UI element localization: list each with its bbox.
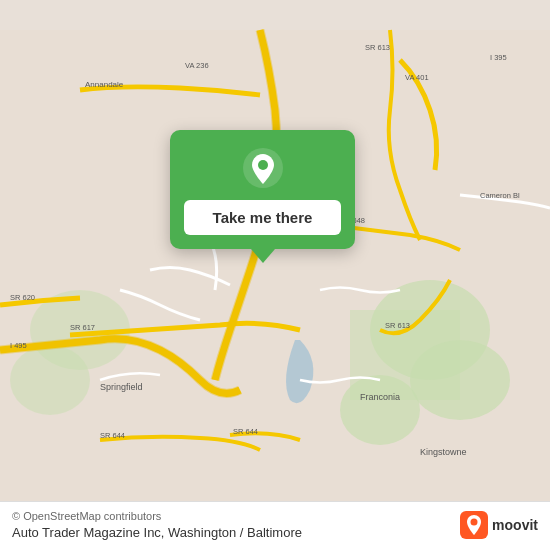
svg-text:Cameron Bl: Cameron Bl	[480, 191, 520, 200]
map-container: Annandale VA 236 SR 613 I 395 SR 620 VA …	[0, 0, 550, 550]
moovit-logo: moovit	[460, 511, 538, 539]
popup-card: Take me there	[170, 130, 355, 249]
svg-text:SR 644: SR 644	[233, 427, 258, 436]
bottom-bar-left: © OpenStreetMap contributors Auto Trader…	[12, 510, 302, 540]
svg-text:SR 617: SR 617	[70, 323, 95, 332]
moovit-text: moovit	[492, 517, 538, 533]
svg-text:SR 620: SR 620	[10, 293, 35, 302]
svg-text:Annandale: Annandale	[85, 80, 124, 89]
svg-text:Springfield: Springfield	[100, 382, 143, 392]
svg-text:Franconia: Franconia	[360, 392, 400, 402]
take-me-there-button[interactable]: Take me there	[184, 200, 341, 235]
svg-point-6	[10, 345, 90, 415]
svg-point-25	[258, 160, 268, 170]
svg-text:VA 401: VA 401	[405, 73, 429, 82]
bottom-bar: © OpenStreetMap contributors Auto Trader…	[0, 501, 550, 550]
svg-text:Kingstowne: Kingstowne	[420, 447, 467, 457]
svg-text:SR 644: SR 644	[100, 431, 125, 440]
svg-point-27	[471, 519, 478, 526]
svg-text:I 395: I 395	[490, 53, 507, 62]
svg-text:I 495: I 495	[10, 341, 27, 350]
svg-text:SR 613: SR 613	[365, 43, 390, 52]
location-text: Auto Trader Magazine Inc, Washington / B…	[12, 525, 302, 540]
location-pin-icon	[241, 146, 285, 190]
map-background: Annandale VA 236 SR 613 I 395 SR 620 VA …	[0, 0, 550, 550]
copyright-text: © OpenStreetMap contributors	[12, 510, 302, 522]
svg-text:VA 236: VA 236	[185, 61, 209, 70]
moovit-icon	[460, 511, 488, 539]
svg-text:SR 613: SR 613	[385, 321, 410, 330]
